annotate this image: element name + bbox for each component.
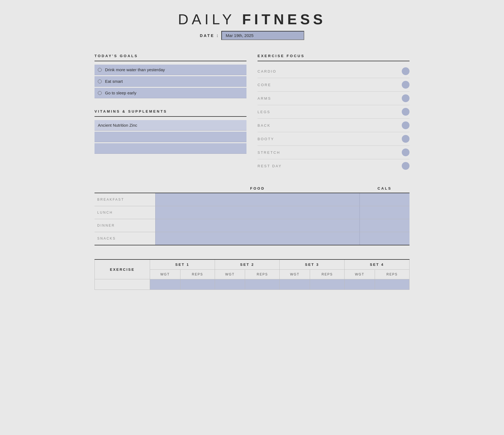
- page-container: DAILY FITNESS DATE : TODAY'S GOALS Drink…: [95, 11, 410, 290]
- cals-col-label: CALS: [360, 186, 410, 193]
- meal-food-lunch[interactable]: [155, 206, 360, 219]
- vitamin-blank-2[interactable]: [95, 143, 246, 154]
- header: DAILY FITNESS DATE :: [95, 11, 410, 40]
- workout-section: EXERCISE SET 1 SET 2 SET 3 SET 4 WGT REP…: [95, 259, 410, 290]
- focus-toggle-rest[interactable]: [402, 162, 410, 170]
- meal-label-dinner: DINNER: [95, 219, 155, 232]
- set4-header: SET 4: [345, 259, 410, 270]
- focus-toggle-core[interactable]: [402, 81, 410, 89]
- food-header: FOOD CALS: [95, 186, 410, 193]
- food-section: FOOD CALS BREAKFAST LUNCH DINNER SNACKS: [95, 186, 410, 245]
- focus-label-back: BACK: [258, 123, 271, 128]
- set2-reps: REPS: [245, 270, 280, 279]
- goal-text-2: Eat smart: [105, 79, 123, 84]
- meal-food-snacks[interactable]: [155, 232, 360, 245]
- goal-item-2[interactable]: Eat smart: [95, 76, 246, 87]
- set4-reps-1[interactable]: [375, 279, 409, 290]
- focus-item-back[interactable]: BACK: [258, 119, 410, 132]
- focus-item-booty[interactable]: BOOTY: [258, 132, 410, 146]
- meal-cals-snacks[interactable]: [360, 232, 410, 245]
- focus-label-arms: ARMS: [258, 96, 271, 100]
- meal-label-breakfast: BREAKFAST: [95, 193, 155, 206]
- set2-wgt-1[interactable]: [215, 279, 245, 290]
- goals-divider: [95, 61, 246, 61]
- set3-reps: REPS: [310, 270, 345, 279]
- goal-item-3[interactable]: Go to sleep early: [95, 88, 246, 98]
- goals-list: Drink more water than yesterday Eat smar…: [95, 65, 246, 98]
- date-row: DATE :: [95, 31, 410, 40]
- page-title: DAILY FITNESS: [95, 11, 410, 28]
- meal-label-snacks: SNACKS: [95, 232, 155, 245]
- set2-header: SET 2: [215, 259, 280, 270]
- workout-table: EXERCISE SET 1 SET 2 SET 3 SET 4 WGT REP…: [95, 259, 410, 290]
- set4-wgt-1[interactable]: [345, 279, 375, 290]
- exercise-header: EXERCISE: [95, 259, 150, 279]
- set3-wgt: WGT: [280, 270, 310, 279]
- meal-food-dinner[interactable]: [155, 219, 360, 232]
- focus-label-stretch: STRETCH: [258, 150, 280, 155]
- exercise-name-1[interactable]: [95, 279, 150, 290]
- food-row-lunch: LUNCH: [95, 206, 410, 219]
- focus-item-legs[interactable]: LEGS: [258, 105, 410, 119]
- focus-toggle-arms[interactable]: [402, 94, 410, 102]
- focus-label-legs: LEGS: [258, 110, 271, 114]
- vitamin-blank-1[interactable]: [95, 132, 246, 142]
- set2-reps-1[interactable]: [245, 279, 280, 290]
- food-row-breakfast: BREAKFAST: [95, 193, 410, 206]
- meal-cals-dinner[interactable]: [360, 219, 410, 232]
- goal-circle-3: [98, 91, 102, 95]
- goal-circle-2: [98, 79, 102, 83]
- focus-label-rest: REST DAY: [258, 164, 282, 168]
- meal-label-lunch: LUNCH: [95, 206, 155, 219]
- focus-item-stretch[interactable]: STRETCH: [258, 146, 410, 159]
- set4-wgt: WGT: [345, 270, 375, 279]
- meal-cals-breakfast[interactable]: [360, 193, 410, 206]
- focus-label-core: CORE: [258, 83, 271, 87]
- set1-wgt: WGT: [150, 270, 180, 279]
- date-input[interactable]: [221, 31, 304, 40]
- focus-item-arms[interactable]: ARMS: [258, 92, 410, 105]
- food-row-snacks: SNACKS: [95, 232, 410, 245]
- focus-label-cardio: CARDIO: [258, 69, 277, 73]
- focus-toggle-back[interactable]: [402, 121, 410, 129]
- vitamins-divider: [95, 116, 246, 117]
- focus-label-booty: BOOTY: [258, 137, 274, 141]
- set3-wgt-1[interactable]: [280, 279, 310, 290]
- set1-header: SET 1: [150, 259, 215, 270]
- focus-toggle-booty[interactable]: [402, 135, 410, 143]
- set4-reps: REPS: [375, 270, 409, 279]
- food-col-label: FOOD: [155, 186, 360, 193]
- exercise-focus-divider: [258, 61, 410, 61]
- set1-reps: REPS: [180, 270, 215, 279]
- goals-section: TODAY'S GOALS Drink more water than yest…: [95, 54, 246, 98]
- left-column: TODAY'S GOALS Drink more water than yest…: [95, 54, 246, 173]
- date-label: DATE :: [200, 33, 219, 38]
- meal-cals-lunch[interactable]: [360, 206, 410, 219]
- vitamins-title: VITAMINS & SUPPLEMENTS: [95, 109, 246, 113]
- right-column: EXERCISE FOCUS CARDIO CORE ARMS LEGS: [258, 54, 410, 173]
- set3-reps-1[interactable]: [310, 279, 345, 290]
- focus-toggle-legs[interactable]: [402, 108, 410, 116]
- focus-item-cardio[interactable]: CARDIO: [258, 65, 410, 78]
- vitamin-input-1[interactable]: [95, 120, 246, 131]
- focus-toggle-cardio[interactable]: [402, 67, 410, 75]
- exercise-focus-title: EXERCISE FOCUS: [258, 54, 410, 58]
- focus-item-core[interactable]: CORE: [258, 78, 410, 92]
- vitamins-section: VITAMINS & SUPPLEMENTS: [95, 109, 246, 154]
- goal-text-3: Go to sleep early: [105, 91, 136, 95]
- focus-item-rest[interactable]: REST DAY: [258, 159, 410, 173]
- two-col-layout: TODAY'S GOALS Drink more water than yest…: [95, 54, 410, 173]
- goal-item-1[interactable]: Drink more water than yesterday: [95, 65, 246, 75]
- goals-title: TODAY'S GOALS: [95, 54, 246, 58]
- food-table: BREAKFAST LUNCH DINNER SNACKS: [95, 193, 410, 245]
- set1-reps-1[interactable]: [180, 279, 215, 290]
- exercise-focus-list: CARDIO CORE ARMS LEGS BACK: [258, 65, 410, 173]
- goal-text-1: Drink more water than yesterday: [105, 67, 165, 72]
- focus-toggle-stretch[interactable]: [402, 148, 410, 156]
- set3-header: SET 3: [280, 259, 345, 270]
- set2-wgt: WGT: [215, 270, 245, 279]
- meal-food-breakfast[interactable]: [155, 193, 360, 206]
- food-row-dinner: DINNER: [95, 219, 410, 232]
- set1-wgt-1[interactable]: [150, 279, 180, 290]
- goal-circle-1: [98, 68, 102, 72]
